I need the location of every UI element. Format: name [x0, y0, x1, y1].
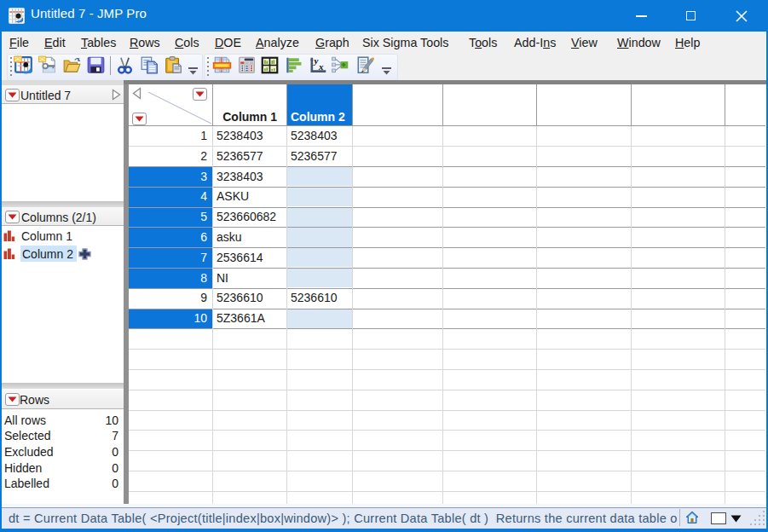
svg-text:y: y — [312, 55, 318, 66]
svg-text:x: x — [318, 61, 324, 71]
